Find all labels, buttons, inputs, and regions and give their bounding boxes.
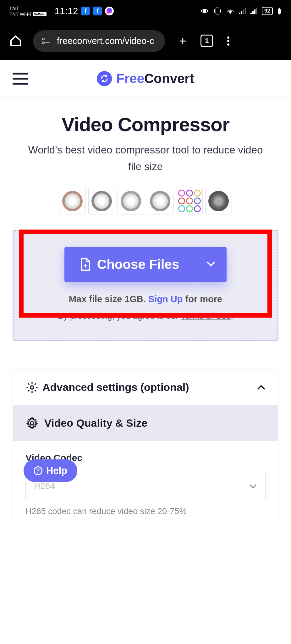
help-icon: ?: [34, 466, 42, 475]
svg-point-14: [30, 386, 34, 389]
codec-selected-value: H264: [34, 481, 55, 491]
signup-link[interactable]: Sign Up: [148, 294, 183, 304]
logo-text: FreeConvert: [116, 71, 194, 86]
svg-rect-2: [239, 13, 240, 14]
terms-link[interactable]: Terms of Use: [181, 311, 231, 321]
quality-section-title: Video Quality & Size: [44, 417, 147, 429]
terms-agreement-text: By proceeding, you agree to our Terms of…: [29, 311, 262, 321]
hamburger-menu-icon[interactable]: [13, 73, 28, 85]
eye-protection-icon: [200, 8, 209, 14]
signal-icon: [250, 8, 257, 14]
chevron-up-icon: [257, 385, 266, 390]
choose-files-dropdown-button[interactable]: [195, 247, 227, 282]
wifi-signal-icon: [226, 8, 235, 14]
home-icon[interactable]: [9, 35, 22, 47]
advanced-settings-toggle[interactable]: Advanced settings (optional): [13, 369, 278, 405]
svg-point-10: [42, 38, 44, 40]
svg-rect-6: [250, 13, 252, 14]
upload-dropzone[interactable]: Choose Files Max file size 1GB. Sign Up …: [13, 230, 278, 341]
choose-files-button[interactable]: Choose Files: [64, 247, 195, 282]
svg-rect-4: [243, 9, 244, 14]
ad-thumbnail[interactable]: [118, 188, 144, 214]
site-logo[interactable]: FreeConvert: [97, 71, 194, 86]
advanced-settings-title: Advanced settings (optional): [42, 381, 253, 393]
site-header: FreeConvert: [0, 60, 291, 97]
ad-thumbnail[interactable]: [176, 188, 203, 214]
site-settings-icon[interactable]: [42, 37, 51, 45]
page-subtitle: World's best video compressor tool to re…: [13, 142, 278, 175]
signal-icon: [239, 8, 246, 14]
chevron-down-icon: [206, 261, 216, 267]
svg-rect-1: [216, 8, 219, 14]
vibrate-icon: [213, 7, 222, 15]
carrier-label: TNT: [9, 5, 47, 11]
svg-point-0: [203, 10, 206, 12]
ad-thumbnail[interactable]: [88, 188, 115, 214]
help-button[interactable]: ? Help: [24, 459, 77, 482]
browser-menu-icon[interactable]: [227, 36, 229, 46]
facebook-notification-icon: f: [81, 7, 90, 15]
gear-icon: [25, 381, 39, 394]
file-add-icon: [80, 258, 91, 271]
svg-point-12: [42, 42, 44, 44]
page-title: Video Compressor: [13, 113, 278, 136]
ad-thumbnail-row: [13, 188, 278, 214]
clock-time: 11:12: [54, 6, 78, 16]
svg-rect-9: [256, 8, 257, 14]
chevron-down-icon: [249, 484, 257, 489]
vowifi-badge: VoWiFi: [33, 12, 47, 16]
browser-toolbar: freeconvert.com/video-c + 1: [0, 22, 291, 60]
url-bar[interactable]: freeconvert.com/video-c: [33, 30, 165, 52]
messenger-notification-icon: [105, 7, 114, 15]
wifi-network-label: TNT Wi-Fi: [9, 11, 31, 17]
url-text: freeconvert.com/video-c: [57, 36, 154, 46]
tabs-icon[interactable]: 1: [200, 35, 213, 47]
ad-thumbnail[interactable]: [147, 188, 173, 214]
svg-rect-3: [241, 11, 242, 14]
svg-rect-7: [252, 11, 254, 14]
android-status-bar: TNT TNT Wi-Fi VoWiFi 11:12 f f 92: [0, 0, 291, 22]
ad-thumbnail[interactable]: [205, 188, 232, 214]
svg-point-15: [30, 421, 34, 425]
battery-saver-icon: [277, 8, 282, 14]
advanced-settings-section: Advanced settings (optional) Video Quali…: [13, 369, 278, 523]
svg-rect-8: [254, 9, 255, 14]
codec-hint-text: H265 codec can reduce video size 20-75%: [25, 507, 266, 516]
facebook-notification-icon: f: [93, 7, 102, 15]
battery-indicator: 92: [262, 7, 273, 15]
new-tab-icon[interactable]: +: [179, 34, 186, 48]
max-file-size-text: Max file size 1GB. Sign Up for more: [29, 294, 262, 304]
gear-icon: [25, 417, 39, 430]
quality-section-header[interactable]: Video Quality & Size: [13, 405, 278, 441]
svg-rect-5: [245, 8, 246, 14]
ad-thumbnail[interactable]: [59, 188, 86, 214]
logo-icon: [97, 71, 112, 86]
